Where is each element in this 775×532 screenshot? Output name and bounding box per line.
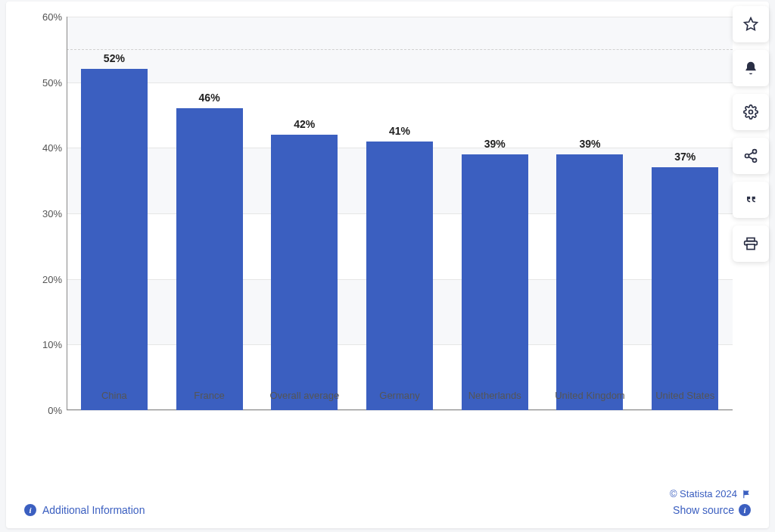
bar-wrap: 42%Overall average: [257, 17, 352, 410]
print-icon: [743, 236, 758, 251]
x-tick-label: China: [101, 390, 127, 401]
info-icon: i: [739, 504, 751, 516]
bar-value-label: 39%: [579, 138, 600, 150]
bar-wrap: 41%Germany: [352, 17, 447, 410]
gear-icon: [743, 104, 758, 120]
bar-wrap: 37%United States: [637, 17, 733, 410]
y-tick-label: 0%: [36, 405, 62, 416]
bars-container: 52%China46%France42%Overall average41%Ge…: [67, 17, 733, 410]
bar-value-label: 41%: [389, 125, 410, 137]
copyright: © Statista 2024: [670, 488, 751, 499]
y-tick-label: 60%: [36, 11, 62, 23]
svg-marker-0: [745, 18, 758, 30]
bar-value-label: 37%: [674, 151, 696, 163]
svg-point-3: [745, 154, 749, 158]
chart-footer: i Additional Information © Statista 2024…: [24, 488, 751, 516]
bar[interactable]: [462, 154, 528, 410]
settings-button[interactable]: [733, 94, 769, 130]
bar-wrap: 46%France: [162, 17, 257, 410]
info-icon: i: [24, 504, 36, 516]
bar[interactable]: [652, 167, 718, 410]
y-tick-label: 10%: [36, 339, 62, 350]
bar-wrap: 52%China: [67, 17, 162, 410]
share-button[interactable]: [733, 138, 769, 174]
share-icon: [743, 148, 758, 163]
svg-rect-8: [747, 244, 755, 250]
show-source-label: Show source: [673, 504, 734, 516]
x-tick-label: France: [194, 390, 224, 401]
bar[interactable]: [366, 142, 433, 410]
notify-button[interactable]: [733, 50, 769, 86]
bar[interactable]: [271, 135, 338, 410]
x-tick-label: Overall average: [269, 390, 339, 401]
svg-point-2: [753, 150, 757, 154]
plot-area: Share of employees by country 52%China46…: [67, 17, 733, 440]
y-tick-label: 50%: [36, 76, 62, 88]
bar[interactable]: [176, 108, 243, 410]
bar-value-label: 52%: [104, 52, 125, 64]
svg-point-4: [753, 158, 757, 162]
grid-line: [67, 410, 733, 411]
print-button[interactable]: [733, 226, 769, 262]
additional-info-link[interactable]: i Additional Information: [24, 504, 145, 516]
bar[interactable]: [556, 154, 623, 410]
cite-button[interactable]: [733, 182, 769, 218]
x-tick-label: Germany: [379, 390, 419, 401]
bar[interactable]: [81, 69, 148, 410]
bar-wrap: 39%Netherlands: [447, 17, 543, 410]
copyright-label: © Statista 2024: [670, 488, 737, 499]
footer-right: © Statista 2024 Show source i: [670, 488, 751, 516]
chart-card: Share of employees by country 52%China46…: [6, 2, 769, 528]
y-tick-label: 20%: [36, 273, 62, 285]
svg-line-5: [749, 157, 753, 159]
favorite-button[interactable]: [733, 6, 769, 42]
additional-info-label: Additional Information: [42, 504, 145, 516]
x-tick-label: Netherlands: [468, 390, 521, 401]
bar-value-label: 42%: [294, 118, 315, 130]
y-tick-label: 40%: [36, 142, 62, 154]
svg-point-1: [749, 110, 753, 114]
flag-icon: [742, 490, 751, 499]
bell-icon: [743, 61, 758, 76]
x-tick-label: United States: [655, 390, 714, 401]
svg-line-6: [749, 152, 753, 154]
toolbar: [733, 6, 769, 262]
y-tick-label: 30%: [36, 208, 62, 219]
bar-wrap: 39%United Kingdom: [543, 17, 638, 410]
quote-icon: [743, 192, 758, 207]
bar-value-label: 39%: [484, 138, 506, 150]
x-tick-label: United Kingdom: [555, 390, 625, 401]
show-source-link[interactable]: Show source i: [673, 504, 751, 516]
bar-value-label: 46%: [199, 92, 220, 104]
star-icon: [743, 17, 758, 32]
